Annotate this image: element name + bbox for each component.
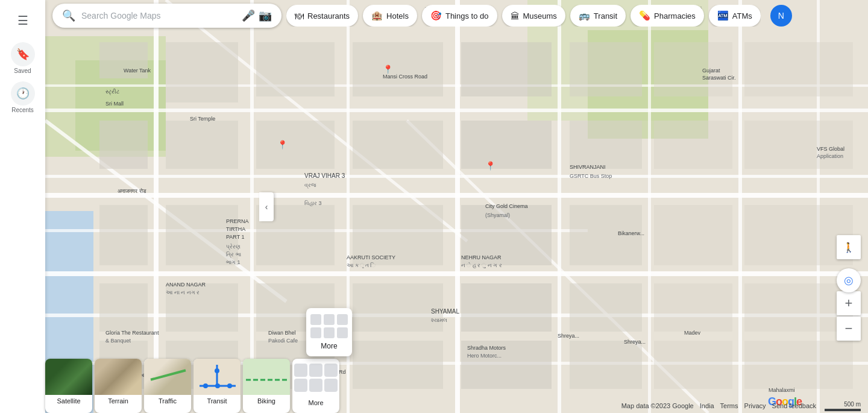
chip-restaurants[interactable]: 🍽 Restaurants [286, 5, 358, 27]
svg-text:Madev: Madev [684, 330, 701, 336]
chip-transit-label: Transit [594, 11, 617, 20]
svg-rect-64 [744, 341, 853, 389]
map-area[interactable]: Water Tank Management, Overhead अनाजनगर … [45, 0, 868, 413]
svg-rect-26 [99, 121, 148, 169]
sidebar: ☰ 🔖 Saved 🕐 Recents [0, 0, 45, 413]
chip-restaurants-label: Restaurants [307, 11, 350, 20]
chip-museums[interactable]: 🏛 Museums [502, 5, 565, 27]
svg-rect-37 [654, 42, 732, 96]
svg-text:PRERNA: PRERNA [226, 218, 249, 224]
collapse-panel-button[interactable]: ‹ [259, 192, 274, 221]
saved-label: Saved [11, 68, 35, 74]
chip-atms[interactable]: 🏧 ATMs [709, 5, 761, 27]
svg-text:AAKRUTI SOCIETY: AAKRUTI SOCIETY [347, 254, 395, 260]
svg-rect-17 [455, 0, 460, 413]
svg-text:Water Tank: Water Tank [124, 68, 151, 74]
museum-icon: 🏛 [511, 11, 520, 21]
svg-text:GSRTC Bus Stop: GSRTC Bus Stop [570, 173, 612, 179]
menu-icon: ☰ [17, 13, 28, 28]
svg-text:ન ે હ ર ુ ન ગ ર: ન ે હ ર ુ ન ગ ર [461, 262, 502, 269]
zoom-out-button[interactable]: − [837, 317, 861, 341]
svg-text:Bikanerw...: Bikanerw... [618, 230, 644, 236]
scale-bar: 500 m [825, 401, 861, 411]
svg-rect-39 [744, 42, 853, 96]
bottom-bar: Map data ©2023 Google India Terms Privac… [45, 399, 868, 413]
restaurant-icon: 🍽 [295, 11, 304, 21]
svg-rect-53 [461, 283, 552, 332]
svg-text:Gloria The Restaurant: Gloria The Restaurant [105, 330, 159, 336]
svg-text:City Gold Cinema: City Gold Cinema [485, 203, 528, 209]
more-dot-1 [310, 314, 321, 325]
svg-rect-123 [243, 359, 290, 395]
microphone-icon[interactable]: 🎤 [242, 9, 255, 22]
recents-icon: 🕐 [16, 87, 30, 100]
recents-label: Recents [11, 107, 35, 113]
send-feedback-link[interactable]: Send feedback [772, 402, 816, 409]
svg-text:📍: 📍 [485, 161, 496, 171]
menu-button[interactable]: ☰ [8, 6, 37, 35]
svg-rect-31 [353, 42, 443, 96]
svg-text:NEHRU NAGAR: NEHRU NAGAR [461, 254, 502, 260]
lens-icon[interactable]: 📷 [259, 9, 272, 22]
more-dot-2 [324, 314, 335, 325]
svg-rect-47 [654, 205, 732, 265]
svg-rect-41 [99, 205, 148, 265]
scale-label: 500 m [844, 401, 861, 408]
svg-rect-35 [570, 42, 642, 96]
svg-text:VRAJ VIHAR 3: VRAJ VIHAR 3 [304, 172, 345, 179]
saved-icon: 🔖 [16, 48, 30, 61]
avatar[interactable]: N [770, 5, 792, 27]
more-popup: More [306, 308, 352, 356]
svg-point-118 [203, 383, 208, 388]
more-dot-4 [310, 327, 321, 338]
svg-text:Diwan Bhel: Diwan Bhel [268, 330, 296, 336]
chip-pharmacies[interactable]: 💊 Pharmacies [631, 5, 704, 27]
search-input[interactable] [81, 11, 242, 20]
transit-thumbnail [193, 359, 241, 395]
terms-link[interactable]: Terms [720, 402, 738, 409]
things-icon: 🎯 [430, 10, 442, 21]
svg-text:સ્ટ્રીટ: સ્ટ્રીટ [105, 89, 119, 95]
svg-text:પ્રેરણ: પ્રેરણ [226, 243, 241, 250]
svg-text:& Banquet: & Banquet [105, 338, 131, 344]
biking-thumbnail [243, 359, 290, 395]
svg-rect-63 [654, 341, 732, 389]
svg-text:Gujarat: Gujarat [702, 68, 720, 74]
svg-text:Pakodi Cafe: Pakodi Cafe [268, 338, 298, 344]
chip-things-to-do[interactable]: 🎯 Things to do [422, 5, 497, 27]
filter-chips: 🍽 Restaurants 🏨 Hotels 🎯 Things to do 🏛 … [286, 5, 761, 27]
svg-rect-55 [654, 283, 732, 332]
svg-rect-28 [166, 121, 238, 169]
svg-text:Shreya...: Shreya... [624, 339, 646, 345]
streetview-button[interactable]: 🚶 [837, 235, 861, 259]
chip-atms-label: ATMs [732, 11, 752, 20]
svg-text:TIRTHA: TIRTHA [226, 226, 245, 232]
more-dot-3 [337, 314, 348, 325]
india-text: India [700, 402, 714, 409]
chip-pharmacies-label: Pharmacies [654, 11, 696, 20]
svg-rect-29 [256, 42, 335, 96]
location-icon: ◎ [844, 274, 854, 287]
svg-text:આ ના ન નગ ર: આ ના ન નગ ર [166, 289, 200, 295]
svg-rect-49 [99, 283, 148, 332]
svg-text:📍: 📍 [383, 65, 394, 75]
topbar: 🔍 🎤 📷 🍽 Restaurants 🏨 Hotels 🎯 Things to… [45, 0, 868, 31]
location-button[interactable]: ◎ [837, 268, 861, 292]
svg-text:अनाजनगर रोड: अनाजनगर रोड [118, 188, 146, 194]
svg-rect-52 [353, 283, 443, 332]
chip-hotels[interactable]: 🏨 Hotels [363, 5, 417, 27]
pegman-icon: 🚶 [843, 242, 855, 253]
svg-text:વ્રજ: વ્રજ [304, 182, 316, 189]
hotel-icon: 🏨 [371, 10, 383, 21]
svg-rect-32 [353, 121, 443, 169]
svg-point-122 [215, 368, 219, 373]
more-grid [310, 314, 348, 338]
svg-text:Sri Temple: Sri Temple [190, 116, 215, 122]
svg-rect-15 [250, 0, 254, 413]
chip-transit[interactable]: 🚌 Transit [570, 5, 626, 27]
chip-things-label: Things to do [445, 11, 489, 20]
more-dots [294, 364, 338, 392]
zoom-in-button[interactable]: + [837, 291, 861, 315]
privacy-link[interactable]: Privacy [744, 402, 766, 409]
svg-text:📍: 📍 [277, 140, 288, 150]
